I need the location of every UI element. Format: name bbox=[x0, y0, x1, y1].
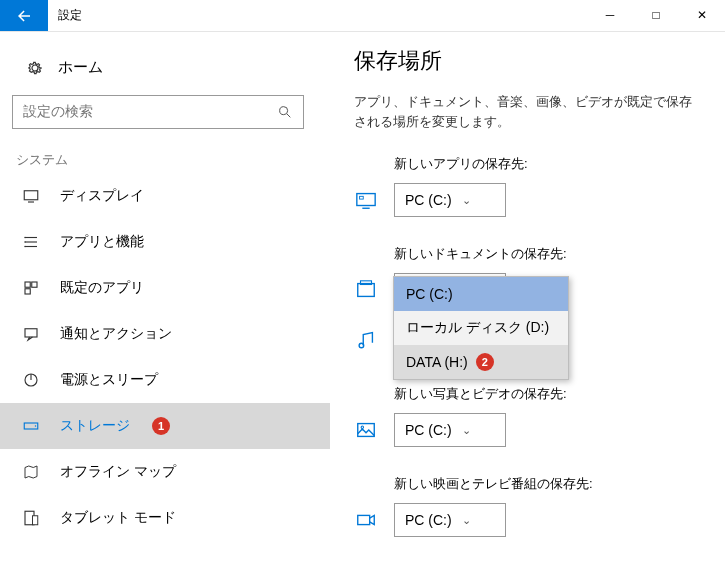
page-description: アプリ、ドキュメント、音楽、画像、ビデオが既定で保存される場所を変更します。 bbox=[354, 92, 695, 131]
svg-point-0 bbox=[280, 107, 288, 115]
dropdown-option[interactable]: DATA (H:) 2 bbox=[394, 345, 568, 379]
search-input[interactable]: 設定の検索 bbox=[12, 95, 304, 129]
svg-rect-10 bbox=[25, 282, 30, 287]
svg-point-17 bbox=[35, 425, 37, 427]
maximize-button[interactable]: □ bbox=[633, 0, 679, 31]
sidebar-item-label: アプリと機能 bbox=[60, 233, 144, 251]
storage-icon bbox=[22, 417, 42, 435]
power-icon bbox=[22, 371, 42, 389]
dropdown-option[interactable]: ローカル ディスク (D:) bbox=[394, 311, 568, 345]
music-type-icon bbox=[354, 329, 378, 351]
dropdown-value: PC (C:) bbox=[405, 512, 452, 528]
home-link[interactable]: ホーム bbox=[0, 52, 330, 95]
sidebar-item-label: 既定のアプリ bbox=[60, 279, 144, 297]
dropdown-option-label: DATA (H:) bbox=[406, 354, 468, 370]
default-apps-icon bbox=[22, 279, 42, 297]
svg-rect-21 bbox=[360, 196, 364, 199]
apps-icon bbox=[22, 233, 42, 251]
sidebar-item-label: オフライン マップ bbox=[60, 463, 176, 481]
sidebar-item-default-apps[interactable]: 既定のアプリ bbox=[0, 265, 330, 311]
documents-type-icon bbox=[354, 279, 378, 301]
section-label: システム bbox=[0, 151, 330, 173]
dropdown-value: PC (C:) bbox=[405, 422, 452, 438]
svg-rect-2 bbox=[24, 191, 38, 200]
annotation-badge-2: 2 bbox=[476, 353, 494, 371]
search-icon bbox=[277, 104, 293, 120]
svg-rect-19 bbox=[33, 516, 38, 525]
gear-icon bbox=[26, 59, 44, 77]
title-bar: 設定 ─ □ ✕ bbox=[0, 0, 725, 32]
apps-dropdown[interactable]: PC (C:) ⌄ bbox=[394, 183, 506, 217]
setting-movies: 新しい映画とテレビ番組の保存先: PC (C:) ⌄ bbox=[354, 475, 695, 537]
home-label: ホーム bbox=[58, 58, 103, 77]
chevron-down-icon: ⌄ bbox=[462, 514, 471, 527]
close-button[interactable]: ✕ bbox=[679, 0, 725, 31]
sidebar-item-label: ストレージ bbox=[60, 417, 130, 435]
notification-icon bbox=[22, 325, 42, 343]
video-type-icon bbox=[354, 509, 378, 531]
svg-rect-26 bbox=[358, 424, 375, 437]
svg-point-9 bbox=[24, 246, 26, 248]
sidebar-item-notifications[interactable]: 通知とアクション bbox=[0, 311, 330, 357]
minimize-button[interactable]: ─ bbox=[587, 0, 633, 31]
chevron-down-icon: ⌄ bbox=[462, 194, 471, 207]
page-title: 保存場所 bbox=[354, 46, 695, 76]
search-placeholder: 設定の検索 bbox=[23, 103, 277, 121]
setting-label: 新しい写真とビデオの保存先: bbox=[354, 385, 695, 403]
svg-point-27 bbox=[361, 426, 363, 428]
sidebar-item-label: 通知とアクション bbox=[60, 325, 172, 343]
svg-rect-28 bbox=[358, 515, 370, 524]
dropdown-option[interactable]: PC (C:) bbox=[394, 277, 568, 311]
setting-apps: 新しいアプリの保存先: PC (C:) ⌄ bbox=[354, 155, 695, 217]
setting-label: 新しい映画とテレビ番組の保存先: bbox=[354, 475, 695, 493]
svg-line-1 bbox=[287, 114, 290, 117]
sidebar-item-power[interactable]: 電源とスリープ bbox=[0, 357, 330, 403]
svg-point-8 bbox=[24, 241, 26, 243]
apps-type-icon bbox=[354, 189, 378, 211]
svg-rect-24 bbox=[361, 281, 372, 285]
svg-rect-12 bbox=[25, 289, 30, 294]
sidebar-item-storage[interactable]: ストレージ 1 bbox=[0, 403, 330, 449]
svg-point-25 bbox=[359, 343, 364, 348]
chevron-down-icon: ⌄ bbox=[462, 424, 471, 437]
back-button[interactable] bbox=[0, 0, 48, 31]
photos-type-icon bbox=[354, 419, 378, 441]
sidebar-item-apps[interactable]: アプリと機能 bbox=[0, 219, 330, 265]
sidebar-item-label: タブレット モード bbox=[60, 509, 176, 527]
svg-rect-13 bbox=[25, 329, 37, 337]
main-panel: 保存場所 アプリ、ドキュメント、音楽、画像、ビデオが既定で保存される場所を変更し… bbox=[330, 32, 725, 580]
map-icon bbox=[22, 463, 42, 481]
svg-rect-11 bbox=[32, 282, 37, 287]
setting-label: 新しいアプリの保存先: bbox=[354, 155, 695, 173]
sidebar-item-offline-maps[interactable]: オフライン マップ bbox=[0, 449, 330, 495]
svg-rect-23 bbox=[358, 284, 375, 297]
window-title: 設定 bbox=[48, 0, 587, 31]
sidebar-item-label: 電源とスリープ bbox=[60, 371, 158, 389]
sidebar-item-label: ディスプレイ bbox=[60, 187, 144, 205]
dropdown-value: PC (C:) bbox=[405, 192, 452, 208]
display-icon bbox=[22, 187, 42, 205]
tablet-icon bbox=[22, 509, 42, 527]
sidebar-item-display[interactable]: ディスプレイ bbox=[0, 173, 330, 219]
photos-dropdown[interactable]: PC (C:) ⌄ bbox=[394, 413, 506, 447]
svg-point-7 bbox=[24, 237, 26, 239]
sidebar-item-tablet-mode[interactable]: タブレット モード bbox=[0, 495, 330, 541]
setting-label: 新しいドキュメントの保存先: bbox=[354, 245, 695, 263]
documents-dropdown-list: PC (C:) ローカル ディスク (D:) DATA (H:) 2 bbox=[393, 276, 569, 380]
movies-dropdown[interactable]: PC (C:) ⌄ bbox=[394, 503, 506, 537]
back-arrow-icon bbox=[15, 7, 33, 25]
annotation-badge-1: 1 bbox=[152, 417, 170, 435]
setting-photos: 新しい写真とビデオの保存先: PC (C:) ⌄ bbox=[354, 385, 695, 447]
sidebar: ホーム 設定の検索 システム ディスプレイ アプリと機能 既定のアプリ 通知とア… bbox=[0, 32, 330, 580]
